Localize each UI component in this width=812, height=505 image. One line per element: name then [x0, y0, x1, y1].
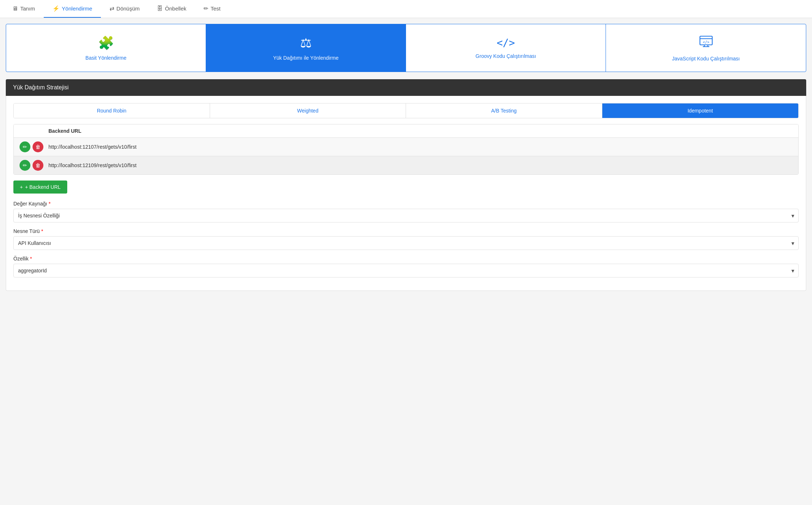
strategy-tab-abtesting[interactable]: A/B Testing: [406, 103, 602, 118]
delete-icon: 🗑: [35, 162, 40, 168]
code-icon: </>: [497, 37, 515, 49]
table-header-actions: [20, 128, 48, 134]
strategy-tabs: Round Robin Weighted A/B Testing Idempot…: [13, 103, 799, 118]
section-header: Yük Dağıtım Stratejisi: [6, 79, 806, 96]
add-backend-url-button[interactable]: + + Backend URL: [13, 181, 67, 194]
edit-icon: ✏: [23, 144, 27, 150]
top-navigation: 🖥 Tanım ⚡ Yönlendirme ⇄ Dönüşüm 🗄 Önbell…: [0, 0, 812, 18]
database-icon: 🗄: [157, 5, 163, 12]
backend-url-table: Backend URL ✏ 🗑 http://localhost:12107/r…: [13, 124, 799, 175]
svg-text:</>: </>: [703, 40, 709, 44]
delete-icon: 🗑: [35, 144, 40, 150]
select-wrapper-deger-kaynagi: İş Nesnesi Özelliği HTTP Header Query Pa…: [13, 209, 799, 222]
form-group-deger-kaynagi: Değer Kaynağı * İş Nesnesi Özelliği HTTP…: [13, 201, 799, 222]
routing-cards: 🧩 Basit Yönlendirme ⚖ Yük Dağıtımı ile Y…: [6, 24, 806, 72]
monitor-icon: 🖥: [12, 5, 18, 12]
form-group-nesne-turu: Nesne Türü * API Kullanıcısı Müşteri Sis…: [13, 228, 799, 250]
label-nesne-turu: Nesne Türü *: [13, 228, 799, 234]
monitor-code-icon: </>: [699, 34, 713, 51]
select-wrapper-ozellik: aggregatorId userId clientId: [13, 264, 799, 277]
table-header-url: Backend URL: [48, 128, 792, 134]
tab-onbellek[interactable]: 🗄 Önbellek: [148, 0, 195, 18]
row-actions: ✏ 🗑: [20, 141, 48, 152]
form-group-ozellik: Özellik * aggregatorId userId clientId: [13, 256, 799, 277]
edit-button-1[interactable]: ✏: [20, 141, 30, 152]
backend-url-2: http://localhost:12109/rest/gets/v10/fir…: [48, 162, 792, 168]
puzzle-icon: 🧩: [98, 35, 114, 51]
delete-button-2[interactable]: 🗑: [33, 160, 43, 171]
routing-card-basit[interactable]: 🧩 Basit Yönlendirme: [6, 24, 206, 72]
table-header-row: Backend URL: [14, 124, 798, 138]
balance-icon: ⚖: [300, 35, 312, 51]
backend-url-1: http://localhost:12107/rest/gets/v10/fir…: [48, 144, 792, 150]
edit-button-2[interactable]: ✏: [20, 160, 30, 171]
tab-donusum[interactable]: ⇄ Dönüşüm: [101, 0, 148, 18]
plus-icon: +: [20, 184, 23, 190]
required-star: *: [41, 228, 43, 234]
select-wrapper-nesne-turu: API Kullanıcısı Müşteri Sistem: [13, 236, 799, 250]
pencil-icon: ✏: [204, 5, 208, 12]
required-star: *: [48, 201, 50, 207]
table-row: ✏ 🗑 http://localhost:12109/rest/gets/v10…: [14, 156, 798, 174]
routing-card-groovy[interactable]: </> Groovy Kodu Çalıştırılması: [406, 24, 606, 72]
table-row: ✏ 🗑 http://localhost:12107/rest/gets/v10…: [14, 138, 798, 156]
routing-card-javascript[interactable]: </> JavaScript Kodu Çalıştırılması: [606, 24, 806, 72]
strategy-tab-roundrobin[interactable]: Round Robin: [14, 103, 210, 118]
label-ozellik: Özellik *: [13, 256, 799, 262]
required-star: *: [30, 256, 32, 262]
edit-icon: ✏: [23, 162, 27, 168]
lightning-icon: ⚡: [52, 5, 60, 12]
tab-tanim[interactable]: 🖥 Tanım: [4, 0, 44, 18]
routing-card-yukdagitimi[interactable]: ⚖ Yük Dağıtımı ile Yönlendirme: [206, 24, 406, 72]
delete-button-1[interactable]: 🗑: [33, 141, 43, 152]
select-deger-kaynagi[interactable]: İş Nesnesi Özelliği HTTP Header Query Pa…: [13, 209, 799, 222]
strategy-tab-weighted[interactable]: Weighted: [210, 103, 406, 118]
strategy-tab-idempotent[interactable]: Idempotent: [602, 103, 799, 118]
tab-test[interactable]: ✏ Test: [195, 0, 229, 18]
select-nesne-turu[interactable]: API Kullanıcısı Müşteri Sistem: [13, 236, 799, 250]
transfer-icon: ⇄: [110, 5, 114, 12]
select-ozellik[interactable]: aggregatorId userId clientId: [13, 264, 799, 277]
row-actions: ✏ 🗑: [20, 160, 48, 171]
strategy-section: Round Robin Weighted A/B Testing Idempot…: [6, 96, 806, 291]
label-deger-kaynagi: Değer Kaynağı *: [13, 201, 799, 207]
main-content: 🧩 Basit Yönlendirme ⚖ Yük Dağıtımı ile Y…: [0, 18, 812, 297]
tab-yonlendirme[interactable]: ⚡ Yönlendirme: [44, 0, 101, 18]
